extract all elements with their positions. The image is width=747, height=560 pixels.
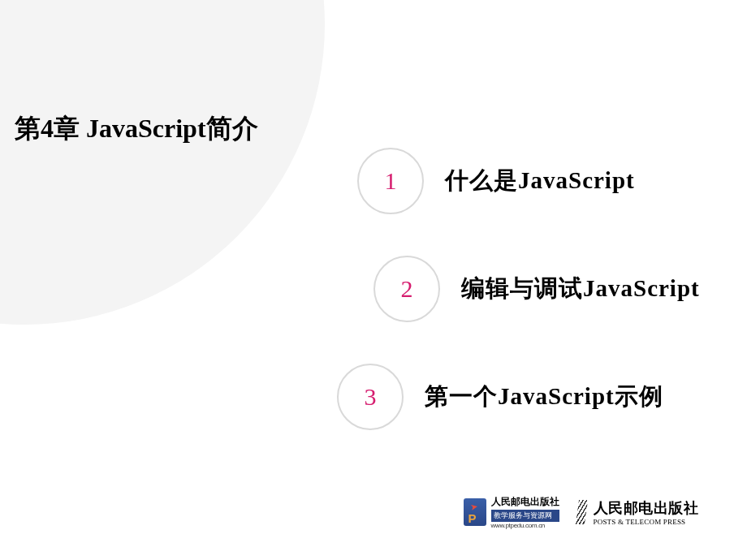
ptpedu-icon: P — [464, 498, 486, 526]
ptpedu-name: 人民邮电出版社 — [491, 495, 559, 509]
posts-telecom-text: 人民邮电出版社 POSTS & TELECOM PRESS — [594, 498, 699, 526]
posts-telecom-icon — [577, 500, 589, 524]
item-text-3: 第一个JavaScript示例 — [425, 381, 663, 413]
background-circle — [0, 0, 325, 325]
ptpedu-letter: P — [468, 511, 477, 525]
toc-item-3: 3 第一个JavaScript示例 — [337, 364, 663, 430]
publisher-logo-ptpedu: P 人民邮电出版社 教学服务与资源网 www.ptpedu.com.cn — [460, 493, 563, 531]
item-text-2: 编辑与调试JavaScript — [461, 273, 700, 305]
item-number-1: 1 — [357, 148, 424, 214]
ptpedu-subtitle: 教学服务与资源网 — [491, 510, 559, 522]
toc-item-2: 2 编辑与调试JavaScript — [374, 256, 700, 322]
posts-telecom-subtitle: POSTS & TELECOM PRESS — [594, 518, 699, 526]
item-text-1: 什么是JavaScript — [445, 165, 635, 197]
ptpedu-text: 人民邮电出版社 教学服务与资源网 www.ptpedu.com.cn — [491, 495, 559, 529]
toc-item-1: 1 什么是JavaScript — [357, 148, 635, 214]
ptpedu-url: www.ptpedu.com.cn — [491, 522, 559, 529]
item-number-3: 3 — [337, 364, 404, 430]
publisher-logo-posts-telecom: 人民邮电出版社 POSTS & TELECOM PRESS — [577, 498, 699, 526]
posts-telecom-name: 人民邮电出版社 — [594, 498, 699, 518]
chapter-title: 第4章 JavaScript简介 — [15, 111, 258, 147]
footer: P 人民邮电出版社 教学服务与资源网 www.ptpedu.com.cn 人民邮… — [460, 493, 699, 531]
item-number-2: 2 — [374, 256, 440, 322]
